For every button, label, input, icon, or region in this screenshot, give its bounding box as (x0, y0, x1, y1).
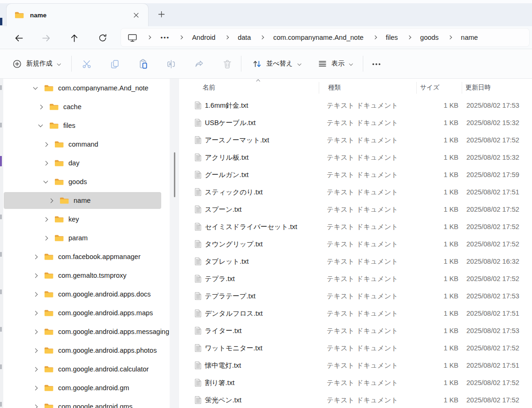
tree-expand-chevron-icon[interactable] (32, 312, 38, 315)
tree-item[interactable]: com.google.android.apps.messaging (0, 322, 170, 341)
text-file-icon (195, 344, 202, 352)
tree-expand-chevron-icon[interactable] (32, 368, 38, 371)
forward-icon[interactable] (40, 32, 52, 44)
tree-item[interactable]: com.companyname.And_note (0, 79, 170, 97)
column-header-modified[interactable]: 更新日時 (465, 83, 491, 92)
tree-expand-chevron-icon[interactable] (42, 237, 49, 240)
rename-icon[interactable] (165, 58, 177, 70)
tree-item[interactable]: cache (0, 97, 170, 116)
file-row[interactable]: アクリル板.txt テキスト ドキュメント 1 KB 2025/08/02 15… (179, 148, 532, 166)
tree-item[interactable]: com.google.android.calculator (0, 360, 170, 378)
file-row[interactable]: 割り箸.txt テキスト ドキュメント 1 KB 2025/08/02 17:5… (179, 374, 532, 391)
breadcrumb-chevron-icon[interactable] (225, 36, 229, 39)
breadcrumb-item[interactable]: com.companyname.And_note (273, 34, 364, 41)
breadcrumb-chevron-icon[interactable] (407, 36, 411, 39)
new-tab-icon[interactable] (157, 9, 166, 19)
paste-icon[interactable] (137, 58, 149, 70)
tree-item[interactable]: com.google.android.apps.maps (0, 304, 170, 322)
tree-scrollbar-track[interactable] (170, 79, 179, 408)
tree-expand-chevron-icon[interactable] (32, 87, 38, 89)
tree-expand-chevron-icon[interactable] (32, 330, 38, 334)
tree-item[interactable]: name (0, 191, 170, 210)
column-header-size[interactable]: サイズ (420, 83, 439, 92)
file-row[interactable]: スプーン.txt テキスト ドキュメント 1 KB 2025/08/02 17:… (179, 200, 532, 218)
column-divider[interactable] (462, 82, 462, 94)
file-row[interactable]: ライター.txt テキスト ドキュメント 1 KB 2025/08/02 17:… (179, 322, 532, 339)
explorer-tab-active[interactable]: name (7, 4, 148, 26)
file-row[interactable]: ワットモニター.txt テキスト ドキュメント 1 KB 2025/08/02 … (179, 339, 532, 356)
cut-icon[interactable] (81, 58, 93, 70)
address-bar[interactable]: ••• Android data com.c (121, 29, 529, 46)
this-pc-icon[interactable] (127, 33, 137, 43)
delete-icon[interactable] (221, 58, 233, 70)
tree-expand-chevron-icon[interactable] (32, 349, 38, 352)
sort-button[interactable]: 並べ替え (247, 49, 305, 78)
breadcrumb-chevron-icon[interactable] (260, 36, 264, 39)
file-row[interactable]: タブレット.txt テキスト ドキュメント 1 KB 2025/08/02 16… (179, 252, 532, 270)
up-icon[interactable] (68, 32, 80, 44)
tree-expand-chevron-icon[interactable] (32, 293, 38, 296)
new-button[interactable]: 新規作成 (7, 49, 65, 78)
breadcrumb-chevron-icon[interactable] (448, 36, 452, 39)
file-type: テキスト ドキュメント (327, 187, 398, 196)
breadcrumb-item[interactable]: data (238, 34, 251, 41)
tree-item[interactable]: com.google.android.gm (0, 378, 170, 397)
breadcrumb-chevron-icon[interactable] (373, 36, 376, 39)
tree-item[interactable]: files (0, 116, 170, 135)
tree-expand-chevron-icon[interactable] (37, 125, 44, 126)
tree-expand-chevron-icon[interactable] (47, 199, 54, 202)
share-icon[interactable] (193, 58, 205, 70)
file-row[interactable]: 蛍光ペン.txt テキスト ドキュメント 1 KB 2025/08/02 17:… (179, 391, 532, 408)
tree-item[interactable]: com.gemalto.tsmproxy (0, 266, 170, 285)
tree-expand-chevron-icon[interactable] (42, 162, 49, 165)
tree-item[interactable]: com.google.android.gms (0, 397, 170, 408)
tree-expand-chevron-icon[interactable] (42, 143, 49, 146)
column-divider[interactable] (416, 82, 417, 94)
column-divider[interactable] (319, 82, 319, 94)
refresh-icon[interactable] (97, 32, 108, 44)
text-file-icon (195, 274, 202, 283)
back-icon[interactable] (13, 32, 24, 44)
view-button[interactable]: 表示 (313, 49, 357, 78)
breadcrumb-item[interactable]: name (461, 34, 478, 41)
tab-close-icon[interactable] (131, 10, 141, 20)
column-header-name[interactable]: 名前 (202, 83, 215, 92)
tree-item[interactable]: com.google.android.apps.photos (0, 341, 170, 360)
tree-expand-chevron-icon[interactable] (42, 181, 49, 183)
tree-expand-chevron-icon[interactable] (32, 255, 38, 259)
column-header-type[interactable]: 種類 (328, 83, 341, 92)
breadcrumb-overflow-icon[interactable]: ••• (161, 34, 170, 41)
file-row[interactable]: テプラ.txt テキスト ドキュメント 1 KB 2025/08/02 17:5… (179, 270, 532, 287)
tree-expand-chevron-icon[interactable] (32, 405, 38, 408)
file-row[interactable]: テプラテープ.txt テキスト ドキュメント 1 KB 2025/08/02 1… (179, 287, 532, 304)
file-row[interactable]: タウングリップ.txt テキスト ドキュメント 1 KB 2025/08/02 … (179, 235, 532, 252)
tree-item[interactable]: com.google.android.apps.docs (0, 285, 170, 304)
file-row[interactable]: 懐中電灯.txt テキスト ドキュメント 1 KB 2025/08/02 17:… (179, 356, 532, 374)
breadcrumb-item[interactable]: Android (192, 34, 216, 41)
tree-item[interactable]: key (0, 210, 170, 229)
file-row[interactable]: セイミスドライバーセット.txt テキスト ドキュメント 1 KB 2025/0… (179, 218, 532, 235)
tree-item[interactable]: com.facebook.appmanager (0, 247, 170, 266)
file-row[interactable]: USBケーブル.txt テキスト ドキュメント 1 KB 2025/08/02 … (179, 114, 532, 131)
breadcrumb-chevron-icon[interactable] (147, 36, 151, 39)
file-row[interactable]: デンタルフロス.txt テキスト ドキュメント 1 KB 2025/08/02 … (179, 304, 532, 322)
file-list-header: 名前 種類 サイズ 更新日時 (179, 79, 532, 96)
tree-expand-chevron-icon[interactable] (32, 274, 38, 277)
tree-item[interactable]: goods (0, 172, 170, 191)
breadcrumb-item[interactable]: goods (420, 34, 439, 41)
tree-expand-chevron-icon[interactable] (42, 218, 49, 221)
file-row[interactable]: グールガン.txt テキスト ドキュメント 1 KB 2025/08/02 17… (179, 166, 532, 183)
more-options-icon[interactable] (370, 58, 382, 70)
tree-expand-chevron-icon[interactable] (37, 105, 44, 109)
breadcrumb-chevron-icon[interactable] (179, 36, 183, 39)
breadcrumb-item[interactable]: files (386, 34, 398, 41)
file-row[interactable]: スティックのり.txt テキスト ドキュメント 1 KB 2025/08/02 … (179, 183, 532, 200)
tree-item[interactable]: param (0, 229, 170, 247)
file-row[interactable]: アースノーマット.txt テキスト ドキュメント 1 KB 2025/08/02… (179, 131, 532, 148)
copy-icon[interactable] (109, 58, 121, 70)
tree-item[interactable]: command (0, 135, 170, 154)
tree-item[interactable]: day (0, 154, 170, 172)
tree-expand-chevron-icon[interactable] (32, 386, 38, 390)
file-row[interactable]: 1.6mm針金.txt テキスト ドキュメント 1 KB 2025/08/02 … (179, 96, 532, 114)
tree-scrollbar-thumb[interactable] (174, 152, 175, 197)
